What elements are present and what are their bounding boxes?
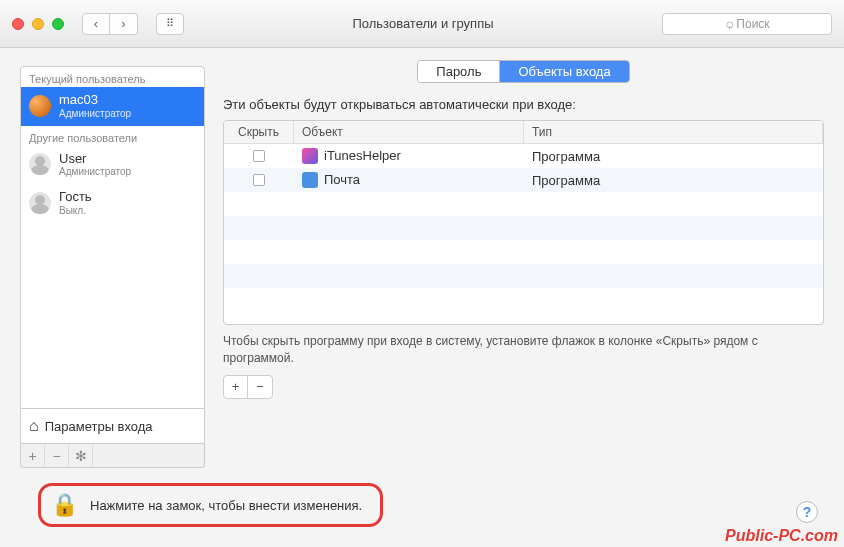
lock-icon: 🔒 [51,492,78,518]
object-cell: iTunesHelper [294,148,524,165]
back-button[interactable]: ‹ [82,13,110,35]
home-icon: ⌂ [29,417,39,435]
table-row [224,192,823,216]
user-name: User [59,151,131,167]
segmented-control: Пароль Объекты входа [417,60,629,83]
add-user-button[interactable]: + [21,444,45,467]
login-options-button[interactable]: ⌂ Параметры входа [20,409,205,444]
app-icon [302,148,318,164]
window-title: Пользователи и группы [194,16,652,31]
col-hide-header[interactable]: Скрыть [224,121,294,143]
user-role: Выкл. [59,205,92,217]
search-field[interactable]: Поиск [662,13,832,35]
nav-buttons: ‹ › [82,13,138,35]
show-all-button[interactable]: ⠿ [156,13,184,35]
table-row [224,288,823,312]
zoom-button[interactable] [52,18,64,30]
user-info: mac03 Администратор [59,92,131,120]
col-object-header[interactable]: Объект [294,121,524,143]
object-name: Почта [324,172,360,187]
user-row[interactable]: Гость Выкл. [21,184,204,223]
login-options-label: Параметры входа [45,419,153,434]
tab-login-items[interactable]: Объекты входа [500,61,628,82]
user-row[interactable]: User Администратор [21,146,204,185]
avatar [29,192,51,214]
col-type-header[interactable]: Тип [524,121,823,143]
type-cell: Программа [524,173,823,188]
object-cell: Почта [294,172,524,189]
remove-user-button[interactable]: − [45,444,69,467]
user-name: Гость [59,189,92,205]
user-name: mac03 [59,92,131,108]
traffic-lights [12,18,64,30]
user-role: Администратор [59,108,131,120]
login-items-table: Скрыть Объект Тип iTunesHelper Программа… [223,120,824,325]
titlebar: ‹ › ⠿ Пользователи и группы Поиск [0,0,844,48]
login-items-description: Эти объекты будут открываться автоматиче… [223,97,824,112]
user-role: Администратор [59,166,131,178]
lock-area[interactable]: 🔒 Нажмите на замок, чтобы внести изменен… [38,483,383,527]
table-row[interactable]: iTunesHelper Программа [224,144,823,168]
tab-password[interactable]: Пароль [418,61,500,82]
object-name: iTunesHelper [324,148,401,163]
current-user-section-label: Текущий пользователь [21,67,204,87]
sidebar-toolbar: + − ✻ [20,444,205,468]
forward-button[interactable]: › [110,13,138,35]
hint-text: Чтобы скрыть программу при входе в систе… [223,333,824,367]
hide-checkbox[interactable] [253,174,265,186]
user-list: Текущий пользователь mac03 Администратор… [20,66,205,409]
main-panel: Пароль Объекты входа Эти объекты будут о… [223,66,824,468]
avatar [29,153,51,175]
user-row-current[interactable]: mac03 Администратор [21,87,204,126]
hide-checkbox[interactable] [253,150,265,162]
table-row [224,216,823,240]
user-info: User Администратор [59,151,131,179]
watermark: Public-PC.com [725,527,838,545]
type-cell: Программа [524,149,823,164]
table-row [224,240,823,264]
avatar [29,95,51,117]
content-area: Текущий пользователь mac03 Администратор… [0,48,844,468]
other-users-section-label: Другие пользователи [21,126,204,146]
table-header: Скрыть Объект Тип [224,121,823,144]
app-icon [302,172,318,188]
remove-item-button[interactable]: − [248,376,272,398]
lock-text: Нажмите на замок, чтобы внести изменения… [90,498,362,513]
close-button[interactable] [12,18,24,30]
sidebar: Текущий пользователь mac03 Администратор… [20,66,205,468]
gear-icon[interactable]: ✻ [69,444,93,467]
prefs-window: ‹ › ⠿ Пользователи и группы Поиск Текущи… [0,0,844,547]
minimize-button[interactable] [32,18,44,30]
table-row[interactable]: Почта Программа [224,168,823,192]
user-info: Гость Выкл. [59,189,92,217]
table-row [224,264,823,288]
add-remove-toolbar: + − [223,375,273,399]
add-item-button[interactable]: + [224,376,248,398]
help-button[interactable]: ? [796,501,818,523]
tab-bar: Пароль Объекты входа [223,60,824,83]
table-body: iTunesHelper Программа Почта Программа [224,144,823,324]
